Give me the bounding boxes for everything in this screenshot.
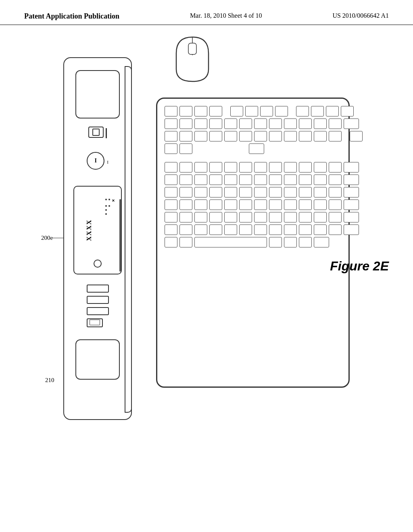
key (341, 106, 354, 116)
key (239, 131, 252, 141)
key (299, 187, 312, 197)
key (269, 200, 282, 210)
power-button[interactable] (87, 152, 104, 170)
key (194, 200, 207, 210)
power-row: I (87, 152, 108, 172)
key (179, 175, 192, 185)
key (224, 212, 237, 222)
key (179, 118, 192, 129)
key (299, 118, 312, 129)
key (269, 237, 282, 247)
key (314, 175, 327, 185)
key (329, 200, 342, 210)
figure-label: Figure 2E (330, 259, 389, 274)
dot-indicator (105, 205, 107, 207)
key (299, 200, 312, 210)
dot-indicator (105, 209, 107, 211)
key (224, 200, 237, 210)
power-label: I (107, 160, 108, 164)
keyboard-row-9 (165, 212, 341, 222)
key (254, 224, 267, 235)
key (194, 224, 207, 235)
usb-port (87, 318, 103, 327)
key (179, 237, 192, 247)
circle-indicator (94, 260, 102, 268)
main-content: 200e 210 I XXXX (0, 25, 413, 525)
key (284, 237, 297, 247)
key (179, 143, 192, 154)
key (284, 212, 297, 222)
keyboard-row-4 (165, 143, 341, 154)
key (254, 187, 267, 197)
key (269, 175, 282, 185)
key (350, 131, 363, 141)
device-body: I XXXX ✕ (63, 57, 132, 420)
keyboard-diagram (156, 98, 350, 388)
key (329, 162, 342, 172)
key (179, 187, 192, 197)
camera-row (88, 127, 107, 140)
key (165, 224, 177, 235)
key (194, 212, 207, 222)
key (209, 200, 222, 210)
key (344, 224, 359, 235)
key (299, 175, 312, 185)
key (194, 162, 207, 172)
key (269, 224, 282, 235)
publication-date-sheet: Mar. 18, 2010 Sheet 4 of 10 (190, 12, 262, 19)
key (269, 212, 282, 222)
keyboard-area (156, 41, 350, 388)
key (329, 224, 342, 235)
dot-indicator (108, 205, 110, 207)
key (194, 118, 207, 129)
key (344, 175, 359, 185)
key (165, 131, 177, 141)
keyboard-row-1 (165, 106, 341, 116)
space-bar (194, 237, 267, 247)
key (239, 212, 252, 222)
dot-indicator (105, 199, 107, 200)
key (209, 175, 222, 185)
key (209, 118, 222, 129)
key (329, 187, 342, 197)
key (194, 131, 207, 141)
key (269, 118, 282, 129)
keyboard-row-8 (165, 200, 341, 210)
key (209, 106, 222, 116)
key (165, 187, 177, 197)
svg-rect-1 (188, 43, 196, 54)
port-slot-3 (87, 307, 109, 315)
display-indicators: ✕ (105, 199, 115, 215)
key (344, 200, 359, 210)
key (299, 162, 312, 172)
key (224, 224, 237, 235)
key (254, 118, 267, 129)
key (254, 200, 267, 210)
device-right-strip (125, 66, 132, 413)
key (239, 175, 252, 185)
key (329, 175, 342, 185)
key (179, 200, 192, 210)
keyboard-row-10 (165, 224, 341, 235)
keyboard-row-6 (165, 175, 341, 185)
key (179, 162, 192, 172)
key (314, 224, 327, 235)
key (269, 162, 282, 172)
camera-icon (88, 127, 104, 138)
key (284, 224, 297, 235)
port-slot-2 (87, 296, 109, 304)
mouse-diagram (168, 33, 217, 87)
key (284, 200, 297, 210)
keyboard-row-3 (165, 131, 341, 141)
key (209, 162, 222, 172)
key (254, 131, 267, 141)
key (344, 162, 359, 172)
key (165, 162, 177, 172)
dot-indicator (108, 199, 110, 200)
key (314, 212, 327, 222)
key (224, 162, 237, 172)
key (194, 187, 207, 197)
key (314, 200, 327, 210)
key (179, 131, 192, 141)
key (165, 212, 177, 222)
